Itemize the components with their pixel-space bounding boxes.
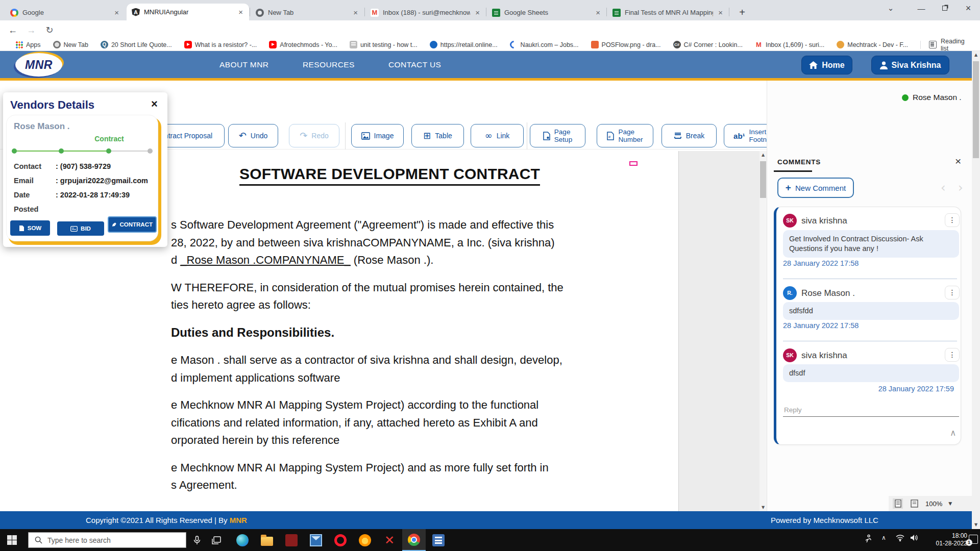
single-page-view-icon[interactable] [893,498,903,509]
zoom-level[interactable]: 100% [925,500,942,508]
bookmark-new-tab[interactable]: New Tab [53,41,88,48]
bookmark-unit-testing[interactable]: unit testing - how t... [350,41,418,48]
tab-close-icon[interactable]: × [716,8,725,17]
taskbar-app-edge[interactable] [231,529,254,551]
page-footer: Copyright ©2021 All Rights Reserved | By… [0,511,972,529]
home-button[interactable]: Home [801,56,852,74]
bookmark-inbox[interactable]: Inbox (1,609) - suri... [755,41,824,48]
nav-contact-us[interactable]: CONTACT US [388,51,441,78]
comment-menu-kebab-icon[interactable]: ⋮ [945,213,960,227]
tab-close-icon[interactable]: × [473,8,482,17]
cortana-mic-icon[interactable] [190,533,204,547]
prev-comment-chevron-icon[interactable]: ‹ [941,181,946,195]
taskbar-app-store[interactable] [280,529,303,551]
new-comment-button[interactable]: + New Comment [777,178,854,198]
taskbar-app-chrome-active[interactable] [402,529,426,551]
comment-menu-kebab-icon[interactable]: ⋮ [945,348,960,362]
bookmark-posflow[interactable]: POSFlow.png - dra... [591,41,661,48]
browser-tab-mnruiangular[interactable]: A MNRUIAngular × [127,4,249,20]
fit-page-view-icon[interactable] [909,498,919,509]
browser-tab-newtab[interactable]: New Tab × [251,5,364,20]
redo-button[interactable]: ↷Redo [289,124,339,147]
tab-search-chevron-icon[interactable]: ⌄ [879,0,902,16]
start-button[interactable] [7,535,17,545]
nav-about-mnr[interactable]: ABOUT MNR [219,51,268,78]
stage-progress-bar [12,148,153,154]
bookmark-apps[interactable]: Apps [15,41,41,48]
taskbar-app-calculator[interactable] [427,529,450,551]
forward-icon[interactable]: → [24,23,38,37]
image-button[interactable]: Image [351,124,404,147]
tray-chevron-up-icon[interactable]: ∧ [881,534,886,541]
sow-button[interactable]: SOW [10,220,50,236]
zoom-caret-icon[interactable]: ▼ [948,501,952,506]
nav-resources[interactable]: RESOURCES [303,51,355,78]
bid-button[interactable]: BID [57,221,104,236]
task-view-icon[interactable] [209,533,224,547]
browser-scrollbar[interactable]: ▲ ▼ [972,51,980,529]
collapse-chevron-icon[interactable]: ∧ [950,428,956,438]
table-button[interactable]: ⊞Table [411,124,464,147]
taskbar-app-opera[interactable] [329,529,352,551]
bookmark-resistor-video[interactable]: What is a resistor? -... [184,41,257,48]
window-close-button[interactable]: × [957,0,980,16]
comment-anchor-marker[interactable] [629,161,638,166]
taskbar-clock[interactable]: 18:00 01-28-2022 [926,532,967,547]
tab-close-icon[interactable]: × [236,8,245,16]
youtube-icon [184,41,192,48]
taskbar-app-file-explorer[interactable] [255,529,279,551]
new-tab-button[interactable]: + [734,4,750,20]
scroll-down-icon[interactable]: ▼ [972,521,980,529]
contract-button[interactable]: CONTRACT [108,216,157,233]
bookmark-csharp-corner[interactable]: C#C# Corner : Lookin... [673,41,743,48]
gmail-favicon [371,9,379,17]
bookmark-quotes[interactable]: Q20 Short Life Quote... [101,41,172,48]
reading-list-button[interactable]: Reading list [920,38,974,52]
taskbar-search-box[interactable]: Type here to search [28,532,186,548]
page-setup-button[interactable]: PageSetup [530,124,585,147]
reply-input[interactable] [783,404,959,417]
scrollbar-thumb[interactable] [973,61,979,158]
bookmark-mechtrack[interactable]: Mechtrack - Dev - F... [837,41,908,48]
browser-tab-inbox[interactable]: Inbox (188) - suri@mechknowsof × [365,5,486,20]
bookmark-afrotechmods[interactable]: Afrotechmods - Yo... [269,41,337,48]
bookmark-retail-online[interactable]: https://retail.online... [430,41,498,48]
popup-close-icon[interactable]: × [151,97,158,111]
document-icon [350,41,357,48]
browser-tab-final-tests[interactable]: Final Tests of MNR AI Mapping S × [607,5,729,20]
link-button[interactable]: ∞Link [471,124,524,147]
mnr-logo[interactable]: MNR [15,53,62,77]
scroll-up-icon[interactable]: ▲ [972,51,980,59]
bookmark-naukri[interactable]: Naukri.com – Jobs... [510,41,579,48]
break-button[interactable]: Break [662,124,717,147]
comment-menu-kebab-icon[interactable]: ⋮ [945,286,960,299]
taskbar-app-firefox[interactable] [353,529,377,551]
taskbar-app-adobe[interactable]: ✕ [378,529,401,551]
footer-brand[interactable]: MNR [230,516,247,524]
tab-close-icon[interactable]: × [351,8,360,17]
scrollbar-thumb[interactable] [760,161,766,198]
stage-dot [12,148,17,154]
action-center-icon[interactable]: 1 [969,535,978,544]
taskbar-app-mail[interactable] [304,529,328,551]
tray-people-icon[interactable] [864,534,872,545]
document-scrollbar[interactable]: ▲ ▼ [760,151,767,511]
undo-button[interactable]: ↶Undo [228,124,278,147]
comments-close-icon[interactable]: × [955,155,961,167]
browser-tab-google[interactable]: Google × [5,5,125,20]
underlined-party-name: _Rose Mason .COMPANYNAME_ [180,254,350,266]
tab-close-icon[interactable]: × [112,8,121,17]
back-icon[interactable]: ← [6,23,19,37]
page-number-button[interactable]: # PageNumber [597,124,653,147]
wifi-icon[interactable] [896,534,904,543]
scroll-down-icon[interactable]: ▼ [760,504,767,511]
volume-icon[interactable] [911,534,919,543]
reload-icon[interactable]: ↻ [43,23,56,37]
browser-tab-sheets[interactable]: Google Sheets × [487,5,606,20]
scroll-up-icon[interactable]: ▲ [760,151,767,159]
tab-close-icon[interactable]: × [594,8,602,17]
next-comment-chevron-icon[interactable]: › [958,181,963,195]
window-restore-button[interactable] [933,0,957,16]
window-minimize-button[interactable]: — [910,0,933,16]
user-button[interactable]: Siva Krishna [871,56,949,74]
